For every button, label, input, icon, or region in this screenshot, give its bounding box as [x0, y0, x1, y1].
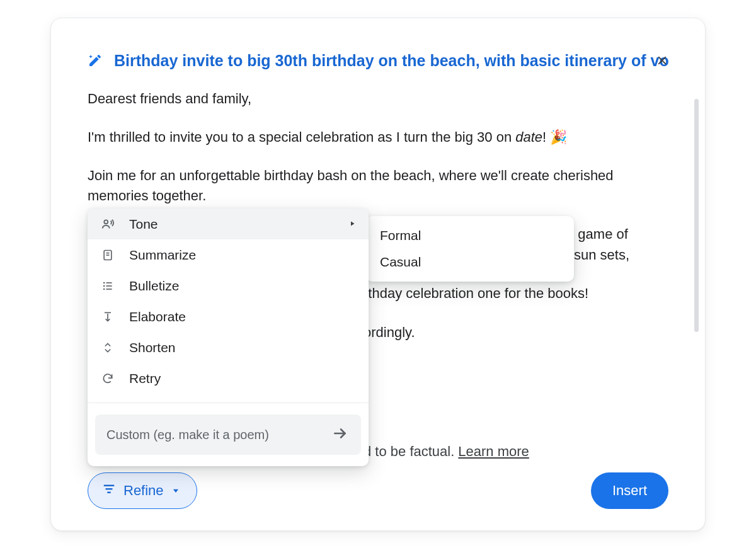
submenu-item-label: Formal	[380, 228, 421, 243]
menu-item-label: Retry	[129, 371, 161, 386]
refine-button-label: Refine	[123, 483, 164, 499]
menu-separator	[88, 403, 369, 403]
menu-item-label: Tone	[129, 217, 158, 232]
retry-icon	[100, 372, 115, 385]
scrollbar[interactable]	[694, 99, 699, 332]
tone-option-formal[interactable]: Formal	[366, 222, 574, 249]
arrow-right-icon	[332, 425, 348, 444]
chevron-down-icon	[171, 483, 180, 499]
filter-icon	[102, 482, 116, 500]
summarize-icon	[100, 249, 115, 261]
prompt-header: Birthday invite to big 30th birthday on …	[88, 51, 668, 70]
custom-refine-input[interactable]	[105, 427, 328, 443]
body-paragraph: Dearest friends and family,	[88, 89, 668, 108]
svg-rect-7	[106, 285, 112, 287]
submenu-item-label: Casual	[380, 254, 421, 270]
menu-item-label: Summarize	[129, 248, 196, 263]
menu-item-summarize[interactable]: Summarize	[88, 239, 369, 270]
prompt-title[interactable]: Birthday invite to big 30th birthday on …	[114, 51, 668, 70]
insert-button-label: Insert	[612, 483, 647, 498]
body-paragraph: Join me for an unforgettable birthday ba…	[88, 166, 668, 205]
chevron-right-icon	[348, 219, 356, 229]
submit-custom-button[interactable]	[328, 421, 352, 448]
menu-item-label: Bulletize	[129, 278, 179, 294]
refine-menu: Tone Summarize Bulletize	[88, 209, 369, 466]
svg-point-0	[104, 220, 108, 224]
close-icon	[655, 54, 669, 69]
tone-icon	[100, 217, 115, 231]
menu-item-retry[interactable]: Retry	[88, 363, 369, 394]
insert-button[interactable]: Insert	[591, 472, 668, 509]
svg-rect-9	[106, 289, 112, 290]
tone-option-casual[interactable]: Casual	[366, 249, 574, 275]
svg-rect-15	[107, 492, 111, 493]
magic-pencil-icon	[88, 53, 103, 68]
ai-draft-modal: Birthday invite to big 30th birthday on …	[50, 18, 706, 531]
svg-point-4	[103, 282, 105, 283]
menu-item-elaborate[interactable]: Elaborate	[88, 301, 369, 332]
learn-more-link[interactable]: Learn more	[458, 443, 529, 460]
body-paragraph: I'm thrilled to invite you to a special …	[88, 127, 668, 147]
bulletize-icon	[100, 280, 115, 292]
svg-rect-14	[106, 488, 113, 489]
custom-refine-box	[95, 414, 361, 455]
tone-submenu: Formal Casual	[366, 216, 574, 282]
shorten-icon	[100, 341, 115, 354]
svg-point-8	[103, 288, 105, 290]
menu-item-label: Elaborate	[129, 309, 186, 324]
menu-item-label: Shorten	[129, 340, 176, 355]
svg-point-6	[103, 285, 105, 287]
refine-button[interactable]: Refine	[88, 472, 197, 509]
close-button[interactable]	[650, 49, 675, 74]
svg-rect-5	[106, 282, 112, 283]
elaborate-icon	[100, 311, 115, 323]
menu-item-tone[interactable]: Tone	[88, 209, 369, 239]
svg-rect-13	[104, 485, 115, 486]
menu-item-shorten[interactable]: Shorten	[88, 332, 369, 363]
menu-item-bulletize[interactable]: Bulletize	[88, 270, 369, 301]
